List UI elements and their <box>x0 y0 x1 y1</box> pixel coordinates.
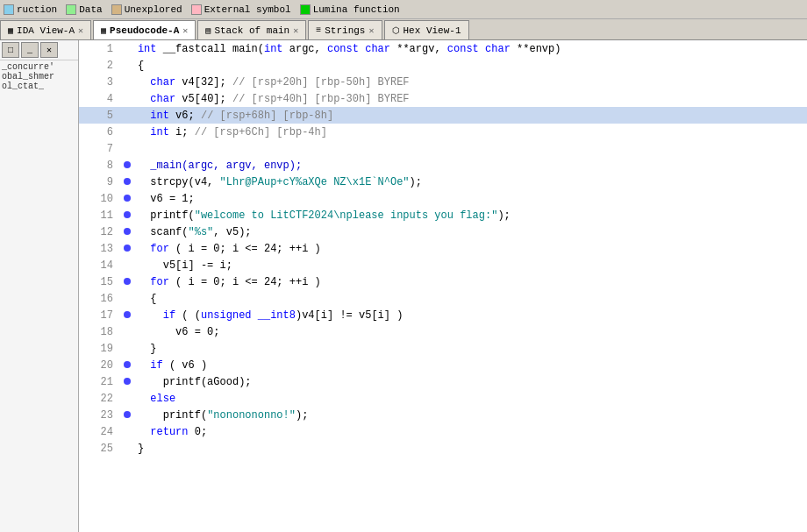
line-number: 13 <box>79 240 120 257</box>
breakpoint-dot <box>120 157 134 174</box>
table-row: 6 int i; // [rsp+6Ch] [rbp-4h] <box>79 124 807 140</box>
tab-strings-close[interactable]: ✕ <box>368 25 374 36</box>
line-number: 9 <box>79 174 120 190</box>
code-line-content[interactable]: printf("nononononno!"); <box>134 407 807 423</box>
code-token: v4[32]; <box>175 76 232 89</box>
tab-strings-label: Strings <box>325 25 365 36</box>
code-line-content[interactable]: int v6; // [rsp+68h] [rbp-8h] <box>134 107 807 124</box>
tab-hex[interactable]: ⬡ Hex View-1 <box>384 20 469 39</box>
table-row: 15 for ( i = 0; i <= 24; ++i ) <box>79 273 807 290</box>
code-token <box>138 93 150 105</box>
table-row: 19 } <box>79 340 807 357</box>
code-line-content[interactable]: _main(argc, argv, envp); <box>134 157 807 174</box>
code-line-content[interactable]: { <box>134 290 807 307</box>
tab-strings[interactable]: ≡ Strings ✕ <box>308 20 382 39</box>
breakpoint-dot <box>120 290 134 307</box>
table-row: 17 if ( (unsigned __int8)v4[i] != v5[i] … <box>79 307 807 323</box>
code-line-content[interactable]: v6 = 1; <box>134 190 807 207</box>
legend-data-label: Data <box>79 4 102 15</box>
code-line-content[interactable]: v6 = 0; <box>134 323 807 340</box>
line-number: 12 <box>79 223 120 240</box>
code-line-content[interactable] <box>134 140 807 157</box>
code-token: // [rsp+20h] [rbp-50h] BYREF <box>232 76 410 89</box>
line-number: 22 <box>79 390 120 407</box>
sidebar-btn-restore[interactable]: _ <box>21 42 39 58</box>
code-line-content[interactable]: int __fastcall main(int argc, const char… <box>134 40 807 57</box>
code-line-content[interactable]: else <box>134 390 807 407</box>
breakpoint-dot <box>120 124 134 140</box>
code-token: // [rsp+40h] [rbp-30h] BYREF <box>232 93 410 105</box>
table-row: 24 return 0; <box>79 423 807 440</box>
code-token: const <box>447 43 479 55</box>
legend-unexplored-label: Unexplored <box>125 4 182 15</box>
table-row: 11 printf("welcome to LitCTF2024\nplease… <box>79 207 807 223</box>
code-line-content[interactable]: return 0; <box>134 423 807 440</box>
breakpoint-dot <box>120 257 134 273</box>
code-area[interactable]: 1int __fastcall main(int argc, const cha… <box>79 40 807 532</box>
code-token: ( i = 0; i <= 24; ++i ) <box>169 243 321 255</box>
code-token: for <box>150 276 169 288</box>
table-row: 14 v5[i] -= i; <box>79 257 807 273</box>
sidebar-btn-close[interactable]: ✕ <box>40 42 58 58</box>
code-token: ); <box>296 409 308 422</box>
breakpoint-dot <box>120 140 134 157</box>
dot-indicator <box>124 311 131 318</box>
breakpoint-dot <box>120 440 134 457</box>
code-token: printf( <box>138 209 195 222</box>
code-table: 1int __fastcall main(int argc, const cha… <box>79 40 807 457</box>
dot-indicator <box>124 211 131 218</box>
code-line-content[interactable]: for ( i = 0; i <= 24; ++i ) <box>134 273 807 290</box>
breakpoint-dot <box>120 340 134 357</box>
code-token: ( v6 ) <box>163 359 207 372</box>
code-token <box>138 393 150 405</box>
code-token: } <box>138 343 157 355</box>
sidebar-btn-collapse[interactable]: □ <box>2 42 19 58</box>
dot-indicator <box>124 228 131 235</box>
tab-ida-view[interactable]: ▦ IDA View-A ✕ <box>0 20 91 39</box>
tab-pseudocode[interactable]: ▦ Pseudocode-A ✕ <box>93 20 196 39</box>
code-token <box>138 309 163 322</box>
legend-external-label: External symbol <box>204 4 291 15</box>
legend-external-color <box>191 4 202 15</box>
tab-pseudo-close[interactable]: ✕ <box>182 25 188 36</box>
code-token: argc, <box>283 43 327 55</box>
line-number: 14 <box>79 257 120 273</box>
line-number: 23 <box>79 407 120 423</box>
breakpoint-dot <box>120 240 134 257</box>
code-line-content[interactable]: printf("welcome to LitCTF2024\nplease in… <box>134 207 807 223</box>
code-token: { <box>138 60 144 72</box>
code-token: printf(aGood); <box>138 376 252 388</box>
code-line-content[interactable]: { <box>134 57 807 74</box>
line-number: 21 <box>79 373 120 390</box>
code-line-content[interactable]: char v5[40]; // [rsp+40h] [rbp-30h] BYRE… <box>134 90 807 107</box>
code-line-content[interactable]: for ( i = 0; i <= 24; ++i ) <box>134 240 807 257</box>
tab-stack-close[interactable]: ✕ <box>293 25 298 36</box>
code-line-content[interactable]: printf(aGood); <box>134 373 807 390</box>
table-row: 25} <box>79 440 807 457</box>
tab-stack[interactable]: ▤ Stack of main ✕ <box>197 20 306 39</box>
code-line-content[interactable]: if ( v6 ) <box>134 357 807 373</box>
sidebar: □ _ ✕ _concurre' obal_shmer ol_ctat_ <box>0 40 79 532</box>
legend-instruction-label: ruction <box>17 4 57 15</box>
code-line-content[interactable]: strcpy(v4, "Lhr@PAup+cY%aXQe NZ\x1E`N^Oe… <box>134 174 807 190</box>
code-line-content[interactable]: int i; // [rsp+6Ch] [rbp-4h] <box>134 124 807 140</box>
code-token: **envp) <box>511 43 561 55</box>
code-token: , v5); <box>213 226 251 238</box>
code-line-content[interactable]: } <box>134 340 807 357</box>
code-token: char <box>365 43 390 55</box>
code-line-content[interactable]: char v4[32]; // [rsp+20h] [rbp-50h] BYRE… <box>134 74 807 90</box>
code-line-content[interactable]: scanf("%s", v5); <box>134 223 807 240</box>
tab-pseudo-label: Pseudocode-A <box>110 25 179 36</box>
tab-ida-close[interactable]: ✕ <box>78 25 83 36</box>
code-token: _main(argc, argv, envp); <box>138 160 302 172</box>
line-number: 16 <box>79 290 120 307</box>
line-number: 11 <box>79 207 120 223</box>
code-line-content[interactable]: v5[i] -= i; <box>134 257 807 273</box>
code-line-content[interactable]: } <box>134 440 807 457</box>
line-number: 15 <box>79 273 120 290</box>
line-number: 10 <box>79 190 120 207</box>
main-layout: □ _ ✕ _concurre' obal_shmer ol_ctat_ 1in… <box>0 40 807 532</box>
line-number: 8 <box>79 157 120 174</box>
code-line-content[interactable]: if ( (unsigned __int8)v4[i] != v5[i] ) <box>134 307 807 323</box>
code-token <box>138 426 150 438</box>
